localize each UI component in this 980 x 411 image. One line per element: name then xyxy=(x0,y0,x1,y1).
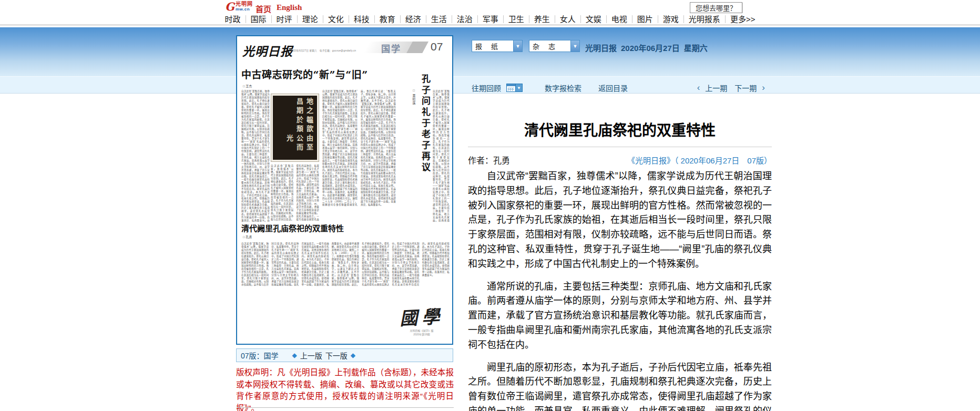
nav-item-yangsheng[interactable]: 养生 xyxy=(529,15,555,23)
calendar-picker[interactable]: ▼ xyxy=(506,84,523,92)
prev-issue-link[interactable]: 上一期 xyxy=(705,83,727,93)
dropdown-arrow-icon: ▼ xyxy=(570,40,579,52)
article-paragraph: 自汉武帝“罢黜百家，独尊儒术”以降，儒家学说成为历代王朝治国理政的指导思想。此后… xyxy=(468,169,772,272)
gmw-logo[interactable]: G 光明网 mw.cn xyxy=(225,1,253,12)
paper-name: 光明日报 xyxy=(585,44,617,53)
chevron-left-icon[interactable]: ‹ xyxy=(697,83,700,93)
nav-item-baoxi[interactable]: 光明报系 xyxy=(683,15,725,23)
nav-item-guoji[interactable]: 国际 xyxy=(246,15,271,23)
article-paragraph: 通常所说的孔庙，主要包括三种类型：京师孔庙、地方文庙和孔氏家庙。前两者遵从庙学一… xyxy=(468,280,772,353)
preview-vertical-byline: □ 吴晓莲 xyxy=(412,89,416,105)
nav-item-wenyu[interactable]: 文娱 xyxy=(580,15,606,23)
digital-search-link[interactable]: 数字报检索 xyxy=(545,83,581,93)
gmw-logo-g: G xyxy=(225,1,234,12)
article-author: 作者：孔勇 xyxy=(468,153,510,166)
nav-item-tupian[interactable]: 图片 xyxy=(632,15,658,23)
nav-item-nvren[interactable]: 女人 xyxy=(555,15,580,23)
preview-vertical-headline: 孔子问礼于老子再议 xyxy=(419,74,432,179)
article-source-link[interactable]: 《光明日报》（ 2020年06月27日 07版） xyxy=(627,155,772,166)
article-paragraph: 阙里孔庙的原初形态，本为孔子逝后，子孙后代因宅立庙，祗奉先祖之所。但随着历代不断… xyxy=(468,361,772,411)
nav-item-youxi[interactable]: 游戏 xyxy=(658,15,683,23)
nav-item-more[interactable]: 更多>> xyxy=(725,15,760,23)
main-nav: 时政 国际 时评 理论 文化 科技 教育 经济 生活 法治 军事 卫生 养生 女… xyxy=(0,13,980,25)
preview-headline-2: 清代阙里孔庙祭祀的双重特性 xyxy=(241,222,368,233)
nav-item-jingji[interactable]: 经济 xyxy=(400,15,426,23)
issue-pager: ‹ 上一期 下一期 › xyxy=(692,83,770,93)
dropdown-arrow-icon: ▼ xyxy=(513,40,522,52)
home-link[interactable]: 首页 xyxy=(256,3,271,14)
newspaper-page: 光明日报 2020年6月27日 星期六 电子信箱：guoxue@gmdaily.… xyxy=(237,36,452,344)
next-issue-link[interactable]: 下一期 xyxy=(734,83,757,93)
nav-item-dianshi[interactable]: 电视 xyxy=(606,15,632,23)
search-input[interactable] xyxy=(690,2,742,13)
prev-page-link[interactable]: 上一版 xyxy=(300,350,322,361)
preview-text-column: 自汉武帝“罢黜百家，独尊儒术”以降，儒家学说成为历代王朝治国理政的指导思想。此后… xyxy=(241,90,270,222)
article-divider xyxy=(468,147,772,147)
article-meta: 作者：孔勇 《光明日报》（ 2020年06月27日 07版） xyxy=(468,153,772,166)
page-pager-bar: 07版：国学 ◆ 上一版 下一版 ◆ xyxy=(236,348,453,362)
guoxue-stamp-zone: 國學 光明日报《国学》版 2020年第19期 xyxy=(394,302,450,344)
copyright-notice: 版权声明：凡《光明日报》上刊载作品（含标题），未经本报或本网授权不得转载、摘编、… xyxy=(236,367,454,411)
nav-item-lilun[interactable]: 理论 xyxy=(297,15,323,23)
nav-item-shizheng[interactable]: 时政 xyxy=(220,15,246,23)
preview-text-columns: 自汉武帝“罢黜百家，独尊儒术”以降，儒家学说成为历代王朝治国理政的指导思想。此后… xyxy=(271,165,319,222)
diamond-icon: ◆ xyxy=(292,352,297,359)
nav-item-fazhi[interactable]: 法治 xyxy=(452,15,477,23)
section-tab-label: 国学 xyxy=(381,42,401,55)
nav-item-keji[interactable]: 科技 xyxy=(349,15,374,23)
issue-weekday: 星期六 xyxy=(684,44,708,53)
gmw-logo-domain: mw.cn xyxy=(236,7,253,12)
english-link[interactable]: English xyxy=(277,3,302,12)
page-number: 07 xyxy=(431,40,443,53)
rubbing-column: 地之昌期 xyxy=(279,98,314,116)
preview-byline-1: □ 王杰 xyxy=(243,84,252,88)
rubbing-column: 由至公而光 xyxy=(279,135,314,158)
page: G 光明网 mw.cn 首页 English 时政 国际 时评 理论 文化 科技… xyxy=(0,0,980,411)
next-page-link[interactable]: 下一版 xyxy=(325,350,348,361)
stone-rubbing-image: 地之昌期 韞歆於頹 由至公而光 xyxy=(271,94,319,162)
calendar-dropdown-icon: ▼ xyxy=(516,84,523,92)
current-page-label: 07版：国学 xyxy=(241,350,279,361)
gmw-logo-cn: 光明网 xyxy=(236,2,253,7)
issue-toolbar: 往期回顾 ▼ 数字报检索 返回目录 ‹ 上一期 下一期 › xyxy=(472,82,770,94)
stamp-note-2: 2020年第19期 xyxy=(394,333,450,336)
gmw-logo-stack: 光明网 mw.cn xyxy=(236,2,253,12)
nav-item-weisheng[interactable]: 卫生 xyxy=(503,15,529,23)
back-issues-link[interactable]: 往期回顾 xyxy=(472,83,501,93)
preview-text-column: 自汉武帝“罢黜百家，独尊儒术”以降，儒家学说成为历代王朝治国理政的指导思想。此后… xyxy=(433,90,450,222)
nav-item-junshi[interactable]: 军事 xyxy=(477,15,503,23)
calendar-icon xyxy=(506,84,516,92)
issue-date-line: 光明日报2020年06月27日星期六 xyxy=(585,42,708,53)
preview-section-tab: 国学 07 xyxy=(359,40,450,54)
nav-list: 时政 国际 时评 理论 文化 科技 教育 经济 生活 法治 军事 卫生 养生 女… xyxy=(220,15,760,23)
rubbing-column: 韞歆於頹 xyxy=(279,116,314,135)
paper-select[interactable]: 报 纸 ▼ xyxy=(472,40,523,52)
rubbing-calligraphy: 地之昌期 韞歆於頹 由至公而光 xyxy=(273,96,317,160)
preview-text-columns: 自汉武帝“罢黜百家，独尊儒术”以降，儒家学说成为历代王朝治国理政的指导思想。此后… xyxy=(322,90,396,222)
back-to-toc-link[interactable]: 返回目录 xyxy=(598,83,628,93)
nav-item-shenghuo[interactable]: 生活 xyxy=(426,15,452,23)
top-bar: G 光明网 mw.cn 首页 English xyxy=(0,0,980,14)
article-title: 清代阙里孔庙祭祀的双重特性 xyxy=(468,119,772,140)
nav-item-jiaoyu[interactable]: 教育 xyxy=(374,15,400,23)
issue-date: 2020年06月27日 xyxy=(621,44,680,53)
magazine-select[interactable]: 杂 志 ▼ xyxy=(529,40,580,52)
nav-item-shiping[interactable]: 时评 xyxy=(271,15,297,23)
nav-item-wenhua[interactable]: 文化 xyxy=(323,15,349,23)
magazine-select-value: 杂 志 xyxy=(529,41,570,51)
preview-headline-1: 中古碑志研究的“新”与“旧” xyxy=(241,67,378,81)
chevron-right-icon[interactable]: › xyxy=(762,83,765,93)
diamond-icon: ◆ xyxy=(351,352,355,359)
paper-select-value: 报 纸 xyxy=(472,41,513,51)
preview-masthead: 光明日报 xyxy=(242,42,293,59)
divider-line xyxy=(236,407,454,408)
preview-byline-2: □ 孔勇 xyxy=(243,234,252,239)
guoxue-calligraphy-stamp: 國學 xyxy=(399,302,444,330)
article-body: 自汉武帝“罢黜百家，独尊儒术”以降，儒家学说成为历代王朝治国理政的指导思想。此后… xyxy=(468,169,772,411)
newspaper-page-preview[interactable]: 光明日报 2020年6月27日 星期六 电子信箱：guoxue@gmdaily.… xyxy=(236,35,453,345)
